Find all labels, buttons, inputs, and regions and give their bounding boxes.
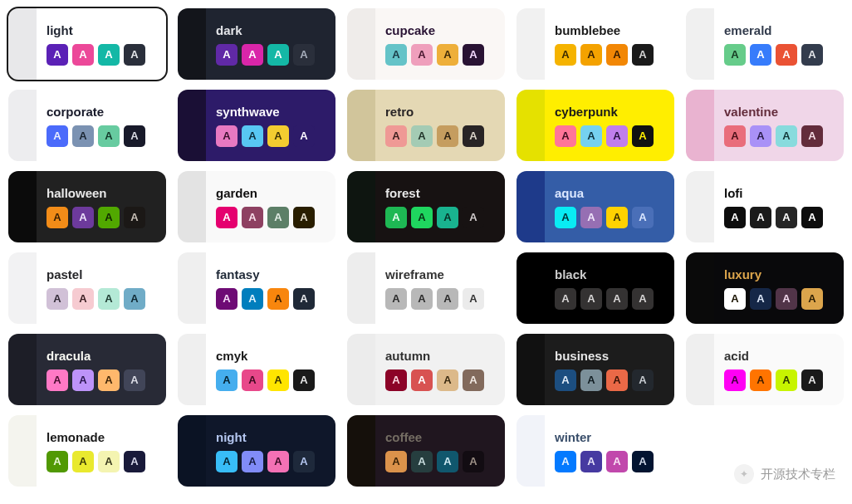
theme-name: luxury [724,267,834,281]
theme-edge [686,171,714,242]
swatch-3: A [632,288,654,310]
theme-card-light[interactable]: lightAAAA [8,8,166,80]
swatch-2: A [606,369,628,391]
theme-card-autumn[interactable]: autumnAAAA [347,334,505,405]
theme-name: light [47,23,156,37]
swatch-0: A [724,207,746,228]
theme-card-cyberpunk[interactable]: cyberpunkAAAA [517,90,674,161]
swatch-row: AAAA [555,288,664,310]
swatch-2: A [98,207,120,228]
theme-edge [347,171,375,242]
swatch-1: A [580,207,602,228]
swatch-3: A [124,125,145,147]
theme-edge [178,334,206,405]
swatch-0: A [47,207,68,228]
theme-edge [8,415,37,487]
theme-card-cupcake[interactable]: cupcakeAAAA [347,8,505,80]
swatch-row: AAAA [555,207,664,228]
swatch-0: A [555,288,576,310]
theme-body: nightAAAA [206,415,335,487]
theme-card-wireframe[interactable]: wireframeAAAA [347,252,505,324]
swatch-3: A [293,44,315,66]
theme-card-halloween[interactable]: halloweenAAAA [8,171,166,242]
swatch-1: A [242,288,263,310]
swatch-1: A [242,207,263,228]
theme-card-lemonade[interactable]: lemonadeAAAA [8,415,166,487]
theme-card-cmyk[interactable]: cmykAAAA [178,334,335,405]
theme-card-acid[interactable]: acidAAAA [686,334,844,405]
swatch-2: A [267,125,289,147]
swatch-0: A [555,451,576,472]
theme-card-emerald[interactable]: emeraldAAAA [686,8,844,80]
theme-body: cyberpunkAAAA [545,90,674,161]
swatch-0: A [47,44,68,66]
theme-card-fantasy[interactable]: fantasyAAAA [178,252,335,324]
theme-edge [686,8,714,80]
theme-card-forest[interactable]: forestAAAA [347,171,505,242]
swatch-row: AAAA [724,125,834,147]
theme-card-garden[interactable]: gardenAAAA [178,171,335,242]
theme-card-winter[interactable]: winterAAAA [517,415,674,487]
swatch-2: A [267,451,289,472]
theme-card-aqua[interactable]: aquaAAAA [517,171,674,242]
theme-card-business[interactable]: businessAAAA [517,334,674,405]
swatch-0: A [47,369,68,391]
theme-edge [8,90,37,161]
swatch-1: A [750,44,771,66]
theme-card-corporate[interactable]: corporateAAAA [8,90,166,161]
swatch-2: A [267,44,289,66]
swatch-row: AAAA [47,125,156,147]
swatch-row: AAAA [47,288,156,310]
swatch-2: A [267,369,289,391]
swatch-3: A [293,288,315,310]
swatch-0: A [216,125,237,147]
theme-card-night[interactable]: nightAAAA [178,415,335,487]
theme-card-retro[interactable]: retroAAAA [347,90,505,161]
swatch-3: A [463,207,484,228]
theme-body: gardenAAAA [206,171,335,242]
swatch-row: AAAA [216,125,326,147]
theme-card-dark[interactable]: darkAAAA [178,8,335,80]
swatch-1: A [72,44,94,66]
swatch-1: A [750,207,771,228]
swatch-2: A [606,207,628,228]
theme-card-dracula[interactable]: draculaAAAA [8,334,166,405]
theme-edge [517,8,545,80]
swatch-0: A [216,44,237,66]
swatch-row: AAAA [724,44,834,66]
swatch-3: A [293,125,315,147]
theme-card-luxury[interactable]: luxuryAAAA [686,252,844,324]
swatch-2: A [437,369,458,391]
swatch-row: AAAA [385,125,495,147]
swatch-row: AAAA [385,288,495,310]
swatch-0: A [724,44,746,66]
swatch-row: AAAA [385,44,495,66]
theme-edge [178,415,206,487]
theme-edge [517,415,545,487]
swatch-3: A [293,369,315,391]
wechat-icon: ✦ [734,464,754,484]
theme-card-bumblebee[interactable]: bumblebeeAAAA [517,8,674,80]
theme-body: forestAAAA [375,171,505,242]
swatch-2: A [776,125,797,147]
theme-body: aquaAAAA [545,171,674,242]
swatch-row: AAAA [555,369,664,391]
theme-edge [8,8,37,80]
theme-card-black[interactable]: blackAAAA [517,252,674,324]
theme-edge [347,334,375,405]
theme-name: fantasy [216,267,326,281]
theme-card-pastel[interactable]: pastelAAAA [8,252,166,324]
swatch-1: A [72,207,94,228]
theme-card-lofi[interactable]: lofiAAAA [686,171,844,242]
theme-name: autumn [385,349,495,363]
theme-edge [178,90,206,161]
theme-card-coffee[interactable]: coffeeAAAA [347,415,505,487]
theme-edge [8,171,37,242]
swatch-1: A [750,125,771,147]
theme-body: lemonadeAAAA [37,415,166,487]
swatch-2: A [776,44,797,66]
theme-card-synthwave[interactable]: synthwaveAAAA [178,90,335,161]
theme-card-valentine[interactable]: valentineAAAA [686,90,844,161]
theme-name: aqua [555,186,664,200]
swatch-3: A [463,369,484,391]
